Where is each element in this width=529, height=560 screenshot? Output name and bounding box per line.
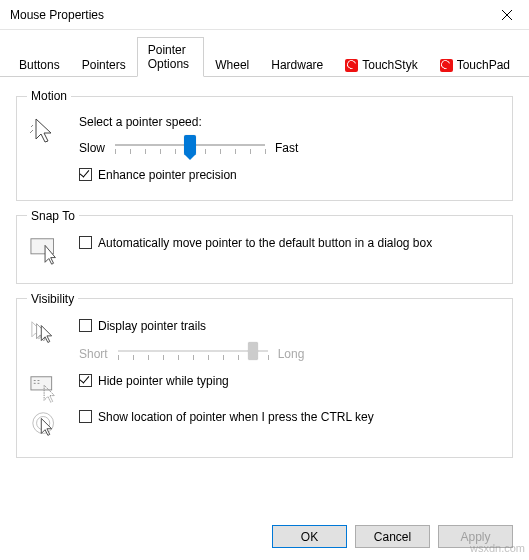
group-snap-to: Snap To Automatically move pointer to th… (16, 209, 513, 284)
pointer-speed-slider[interactable] (115, 135, 265, 161)
close-icon (502, 10, 512, 20)
ctrl-locate-option[interactable]: Show location of pointer when I press th… (79, 409, 502, 426)
tab-touchstyk[interactable]: TouchStyk (334, 53, 428, 77)
svg-line-2 (31, 125, 33, 127)
group-motion: Motion Select a pointer speed: Slow Fast (16, 89, 513, 201)
tab-touchpad[interactable]: TouchPad (429, 53, 521, 77)
trails-long-label: Long (278, 347, 305, 361)
group-visibility-legend: Visibility (27, 292, 78, 306)
tab-strip: Buttons Pointers Pointer Options Wheel H… (0, 30, 529, 77)
snap-to-label: Automatically move pointer to the defaul… (98, 235, 432, 252)
enhance-precision-option[interactable]: Enhance pointer precision (79, 167, 502, 184)
title-bar: Mouse Properties (0, 0, 529, 30)
slider-fast-label: Fast (275, 141, 298, 155)
tab-content: Motion Select a pointer speed: Slow Fast (0, 77, 529, 458)
dialog-buttons: OK Cancel Apply (272, 525, 513, 548)
pointer-trails-option[interactable]: Display pointer trails (79, 318, 502, 335)
ok-button[interactable]: OK (272, 525, 347, 548)
pointer-trails-label: Display pointer trails (98, 318, 206, 335)
close-button[interactable] (484, 0, 529, 30)
group-motion-legend: Motion (27, 89, 71, 103)
enhance-precision-label: Enhance pointer precision (98, 167, 237, 184)
snap-to-option[interactable]: Automatically move pointer to the defaul… (79, 235, 502, 252)
pointer-trails-checkbox[interactable] (79, 319, 92, 332)
slider-slow-label: Slow (79, 141, 105, 155)
group-visibility: Visibility Display pointer trails Short (16, 292, 513, 458)
ctrl-locate-icon (30, 409, 62, 441)
enhance-precision-checkbox[interactable] (79, 168, 92, 181)
snap-to-checkbox[interactable] (79, 236, 92, 249)
window-title: Mouse Properties (10, 8, 104, 22)
tab-pointers[interactable]: Pointers (71, 53, 137, 77)
ctrl-locate-label: Show location of pointer when I press th… (98, 409, 374, 426)
synaptics-icon (440, 59, 453, 72)
hide-while-typing-checkbox[interactable] (79, 374, 92, 387)
tab-wheel[interactable]: Wheel (204, 53, 260, 77)
pointer-trails-slider (118, 341, 268, 367)
tab-buttons[interactable]: Buttons (8, 53, 71, 77)
cancel-button[interactable]: Cancel (355, 525, 430, 548)
pointer-speed-icon (30, 115, 62, 147)
hide-while-typing-label: Hide pointer while typing (98, 373, 229, 390)
synaptics-icon (345, 59, 358, 72)
group-snap-to-legend: Snap To (27, 209, 79, 223)
hide-while-typing-option[interactable]: Hide pointer while typing (79, 373, 502, 390)
snap-to-icon (30, 235, 62, 267)
pointer-trails-icon (30, 318, 62, 350)
apply-button: Apply (438, 525, 513, 548)
tab-pointer-options[interactable]: Pointer Options (137, 37, 204, 77)
hide-while-typing-icon (30, 373, 62, 405)
trails-short-label: Short (79, 347, 108, 361)
pointer-speed-label: Select a pointer speed: (79, 115, 502, 129)
ctrl-locate-checkbox[interactable] (79, 410, 92, 423)
tab-hardware[interactable]: Hardware (260, 53, 334, 77)
svg-line-3 (30, 130, 33, 133)
